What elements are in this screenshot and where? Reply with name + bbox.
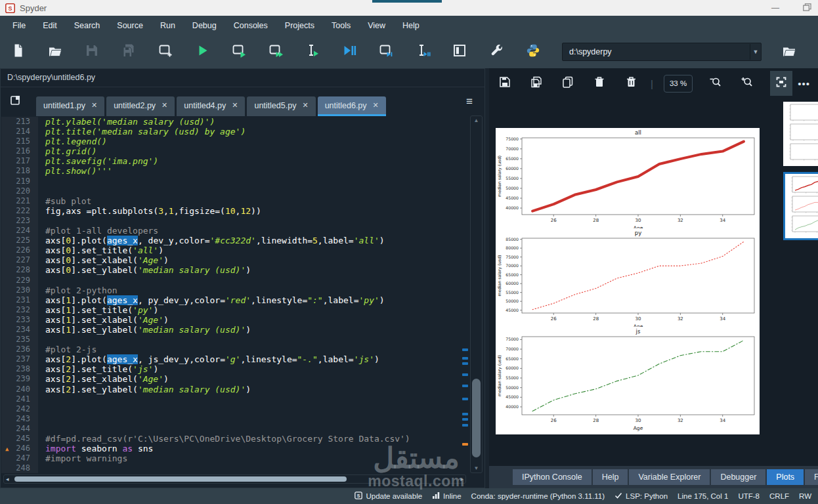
restore-button[interactable]: [800, 3, 814, 13]
status-rw[interactable]: RW: [799, 492, 811, 500]
save-button[interactable]: [84, 44, 100, 60]
occurrence-flag[interactable]: [462, 413, 468, 415]
close-icon[interactable]: ✕: [373, 101, 379, 110]
code-line-239[interactable]: 239axs[2].set_xlabel('Age'): [1, 374, 461, 384]
menu-edit[interactable]: Edit: [34, 16, 66, 35]
working-directory-combobox[interactable]: d:\spyderpy ▼: [562, 43, 762, 61]
menu-tools[interactable]: Tools: [323, 16, 359, 35]
pane-tab-variable-explorer[interactable]: Variable Explorer: [629, 469, 710, 485]
code-line-223[interactable]: 223: [1, 216, 461, 226]
plot-thumbnail-2[interactable]: [783, 172, 818, 240]
status-inline[interactable]: Inline: [432, 492, 462, 501]
chevron-down-icon[interactable]: ▼: [750, 44, 761, 60]
python-path-button[interactable]: [525, 44, 541, 60]
editor-tab-untitled4[interactable]: untitled4.py✕: [177, 96, 245, 116]
close-icon[interactable]: ✕: [161, 101, 167, 110]
menu-projects[interactable]: Projects: [276, 16, 323, 35]
status-crlf[interactable]: CRLF: [769, 492, 789, 500]
menu-file[interactable]: File: [4, 16, 34, 35]
occurrence-flag[interactable]: [462, 398, 468, 400]
save-all-button[interactable]: [121, 44, 137, 60]
options-menu-button[interactable]: •••: [798, 78, 810, 89]
status-lsp[interactable]: LSP: Python: [614, 492, 668, 501]
close-icon[interactable]: ✕: [91, 101, 97, 110]
code-line-224[interactable]: 224#plot 1-all developers: [1, 226, 461, 236]
pane-tab-plots[interactable]: Plots: [767, 469, 804, 485]
zoom-out-button[interactable]: [707, 75, 723, 91]
code-line-245[interactable]: 245#df=pd.read_csv(r'C:\Users\PC\OneDriv…: [1, 434, 461, 444]
minimize-button[interactable]: —: [768, 3, 783, 12]
pane-tab-files[interactable]: Files: [805, 469, 818, 485]
status-utf8[interactable]: UTF-8: [738, 492, 760, 500]
debug-button[interactable]: [341, 44, 357, 60]
occurrence-flag[interactable]: [462, 348, 468, 351]
code-line-214[interactable]: 214plt.title('median salary (usd) by age…: [1, 127, 461, 136]
run-button[interactable]: [194, 44, 210, 60]
code-line-244[interactable]: 244: [1, 424, 461, 434]
editor-horizontal-scrollbar[interactable]: ◂ ▸: [3, 474, 466, 484]
editor-tab-untitled1[interactable]: untitled1.py✕: [36, 96, 104, 116]
menu-search[interactable]: Search: [66, 16, 109, 35]
code-line-215[interactable]: 215plt.legend(): [1, 136, 461, 146]
remove-plot-button[interactable]: [592, 75, 607, 91]
occurrence-flag[interactable]: [462, 357, 468, 360]
debug-cell-button[interactable]: [378, 44, 394, 60]
close-icon[interactable]: ✕: [302, 101, 308, 110]
scroll-right-icon[interactable]: ▸: [460, 476, 463, 482]
status-conda[interactable]: Conda: spyder-runtime (Python 3.11.11): [471, 492, 605, 500]
code-editor[interactable]: 213plt.ylabel('median salary (usd)')214p…: [1, 116, 461, 475]
code-line-248[interactable]: 248: [1, 463, 461, 473]
plot-thumbnail-1[interactable]: [783, 102, 818, 166]
run-cell-button[interactable]: [231, 44, 247, 60]
editor-options-icon[interactable]: ≡: [466, 95, 473, 108]
code-line-220[interactable]: 220: [1, 186, 461, 196]
run-selection-button[interactable]: [305, 44, 320, 60]
code-line-237[interactable]: 237axs[2].plot(ages_x, js_dev_y,color='g…: [1, 354, 461, 364]
save-plot-button[interactable]: [497, 75, 513, 91]
code-line-238[interactable]: 238axs[2].set_title('js'): [1, 364, 461, 374]
run-cell-advance-button[interactable]: [268, 44, 284, 60]
status-line[interactable]: Line 175, Col 1: [678, 492, 728, 500]
code-line-230[interactable]: 230#plot 2-python: [1, 285, 461, 295]
pane-tab-debugger[interactable]: Debugger: [711, 469, 765, 485]
close-icon[interactable]: ✕: [232, 101, 238, 110]
warning-flag[interactable]: [462, 443, 468, 446]
pane-tab-help[interactable]: Help: [593, 469, 628, 485]
browse-tabs-icon[interactable]: [10, 94, 22, 108]
code-line-233[interactable]: 233axs[1].set_xlabel('Age'): [1, 315, 461, 325]
code-line-234[interactable]: 234axs[1].set_ylabel('median salary (usd…: [1, 325, 461, 335]
occurrence-flag[interactable]: [462, 424, 468, 427]
code-line-225[interactable]: 225axs[0].plot(ages_x, dev_y,color='#cc3…: [1, 236, 461, 245]
horizontal-scroll-thumb[interactable]: [14, 476, 347, 482]
menu-debug[interactable]: Debug: [184, 16, 225, 35]
menu-help[interactable]: Help: [394, 16, 428, 35]
code-line-221[interactable]: 221#sub plot: [1, 196, 461, 206]
code-line-232[interactable]: 232axs[1].set_title('py'): [1, 305, 461, 315]
status-update[interactable]: SUpdate available: [355, 492, 422, 501]
save-all-plots-button[interactable]: [528, 75, 544, 91]
debug-selection-button[interactable]: [415, 44, 431, 60]
code-line-242[interactable]: 242: [1, 404, 461, 414]
code-line-213[interactable]: 213plt.ylabel('median salary (usd)'): [1, 117, 461, 127]
editor-vertical-scrollbar[interactable]: ▲ ▼: [470, 116, 483, 473]
figure-canvas[interactable]: 4000045000500005500060000650007000075000…: [496, 128, 760, 434]
new-cell-button[interactable]: [158, 44, 173, 60]
code-line-219[interactable]: 219: [1, 177, 461, 186]
maximize-pane-button[interactable]: [452, 44, 467, 60]
occurrence-flag[interactable]: [462, 362, 468, 365]
pane-tab-ipython-console[interactable]: IPython Console: [513, 469, 592, 485]
code-line-226[interactable]: 226axs[0].set_title('all'): [1, 245, 461, 255]
new-file-button[interactable]: [11, 44, 26, 60]
scroll-left-icon[interactable]: ◂: [6, 476, 9, 482]
code-line-241[interactable]: 241: [1, 394, 461, 404]
menu-source[interactable]: Source: [108, 16, 152, 35]
code-line-217[interactable]: 217plt.savefig('ima.png'): [1, 156, 461, 166]
occurrence-flag[interactable]: [462, 418, 468, 421]
remove-all-plots-button[interactable]: [623, 75, 639, 91]
code-line-222[interactable]: 222fig,axs =plt.subplots(3,1,figsize=(10…: [1, 206, 461, 216]
code-line-236[interactable]: 236#plot 2-js: [1, 345, 461, 354]
open-file-button[interactable]: [47, 44, 63, 60]
code-line-243[interactable]: 243: [1, 414, 461, 424]
occurrence-flag[interactable]: [462, 373, 468, 376]
editor-tab-untitled5[interactable]: untitled5.py✕: [247, 96, 315, 116]
